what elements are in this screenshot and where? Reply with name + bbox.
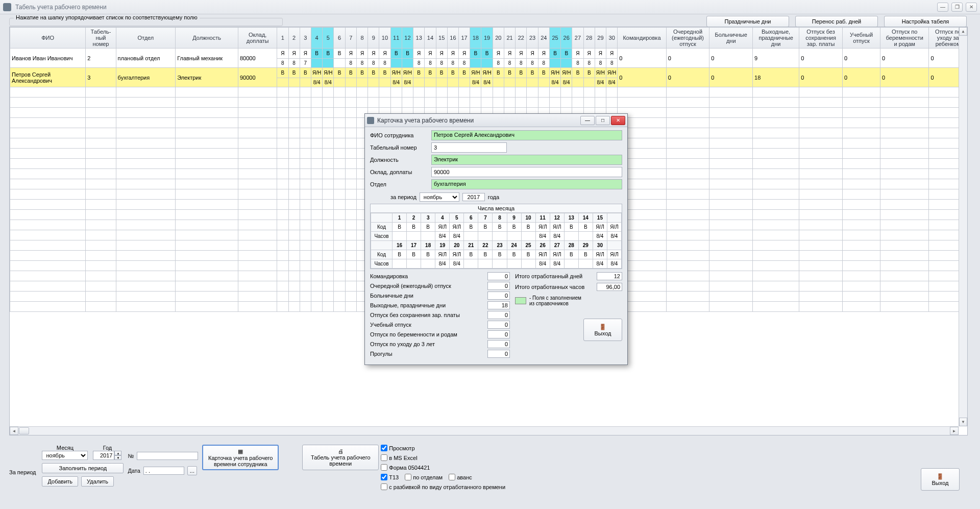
col-day-27[interactable]: 27 xyxy=(572,28,583,49)
col-day-15[interactable]: 15 xyxy=(436,28,447,49)
dlg-total-hours[interactable] xyxy=(597,283,622,291)
cb-t13[interactable]: Т13 xyxy=(381,474,399,480)
timesheet-settings-button[interactable]: Настройка табеля xyxy=(884,16,967,27)
col-day-18[interactable]: 18 xyxy=(470,28,481,49)
col-fio[interactable]: ФИО xyxy=(10,28,86,49)
window-minimize[interactable]: — xyxy=(937,3,948,12)
col-day-14[interactable]: 14 xyxy=(425,28,436,49)
table-row-empty[interactable] xyxy=(10,87,967,98)
dialog-minimize[interactable]: — xyxy=(580,116,595,125)
col-day-2[interactable]: 2 xyxy=(288,28,300,49)
cb-breakdown[interactable]: с разбивкой по виду отработанного времен… xyxy=(381,483,505,490)
cb-bydept[interactable]: по отделам xyxy=(405,474,443,480)
dlg-month-select[interactable]: ноябрь xyxy=(420,192,459,202)
table-row-empty[interactable] xyxy=(10,98,967,108)
col-day-12[interactable]: 12 xyxy=(402,28,413,49)
holidays-button[interactable]: Праздничные дни xyxy=(706,16,789,27)
col-day-11[interactable]: 11 xyxy=(390,28,402,49)
col-day-16[interactable]: 16 xyxy=(447,28,458,49)
cb-excel[interactable]: в MS Excel xyxy=(381,454,505,461)
scroll-down-arrow[interactable]: ▼ xyxy=(959,418,967,426)
scroll-thumb[interactable] xyxy=(19,427,29,434)
col-day-1[interactable]: 1 xyxy=(277,28,288,49)
move-workdays-button[interactable]: Перенос раб. дней xyxy=(795,16,878,27)
exit-button[interactable]: 🚪 Выход xyxy=(921,468,960,491)
dlg-total-days[interactable] xyxy=(597,272,622,280)
year-up[interactable]: ▲ xyxy=(114,451,121,455)
scroll-left-arrow[interactable]: ◄ xyxy=(10,427,18,435)
col-day-7[interactable]: 7 xyxy=(345,28,356,49)
fill-period-button[interactable]: Заполнить период xyxy=(42,463,124,473)
col-weekend[interactable]: Выходные, праздничные дни xyxy=(753,28,799,49)
dlg-sum-vac[interactable] xyxy=(487,282,510,290)
dlg-exit-button[interactable]: 🚪 Выход xyxy=(583,319,622,341)
col-tabno[interactable]: Табель- ный номер xyxy=(86,28,116,49)
no-input[interactable] xyxy=(137,452,198,460)
col-day-3[interactable]: 3 xyxy=(300,28,311,49)
col-day-19[interactable]: 19 xyxy=(481,28,493,49)
col-day-13[interactable]: 13 xyxy=(413,28,425,49)
dialog-titlebar[interactable]: Карточка учета рабочего времени — □ ✕ xyxy=(365,114,627,127)
col-day-20[interactable]: 20 xyxy=(493,28,504,49)
dlg-sum-abs[interactable] xyxy=(487,350,510,358)
vertical-scrollbar[interactable]: ▲ ▼ xyxy=(959,27,967,426)
col-day-26[interactable]: 26 xyxy=(561,28,572,49)
col-trip[interactable]: Командировка xyxy=(618,28,666,49)
window-close[interactable]: ✕ xyxy=(966,3,977,12)
col-unpaid[interactable]: Отпуск без сохранения зар. платы xyxy=(799,28,843,49)
col-day-8[interactable]: 8 xyxy=(356,28,368,49)
cb-form[interactable]: Форма 0504421 xyxy=(381,464,505,471)
dlg-dept-field[interactable]: бухгалтерия xyxy=(431,179,622,189)
col-sick[interactable]: Больничные дни xyxy=(709,28,753,49)
dlg-sum-unp[interactable] xyxy=(487,311,510,319)
delete-button[interactable]: Удалить xyxy=(81,476,114,487)
date-picker-button[interactable]: ... xyxy=(187,466,197,475)
col-dept[interactable]: Отдел xyxy=(116,28,176,49)
dlg-sum-wk[interactable] xyxy=(487,301,510,309)
date-input[interactable] xyxy=(143,467,184,475)
dlg-salary-field[interactable] xyxy=(431,167,622,177)
dlg-sum-chl[interactable] xyxy=(487,340,510,348)
dlg-sum-mat[interactable] xyxy=(487,330,510,338)
scroll-up-arrow[interactable]: ▲ xyxy=(959,27,967,36)
cb-view[interactable]: Просмотр xyxy=(381,445,505,451)
dlg-year-input[interactable] xyxy=(462,193,485,201)
dlg-fio-field[interactable]: Петров Сергей Александрович xyxy=(431,130,622,140)
col-day-25[interactable]: 25 xyxy=(549,28,560,49)
col-day-28[interactable]: 28 xyxy=(583,28,595,49)
dlg-sum-sick[interactable] xyxy=(487,292,510,300)
month-select[interactable]: ноябрь xyxy=(42,451,88,460)
col-day-4[interactable]: 4 xyxy=(311,28,322,49)
col-day-5[interactable]: 5 xyxy=(323,28,334,49)
col-day-24[interactable]: 24 xyxy=(538,28,549,49)
col-day-22[interactable]: 22 xyxy=(516,28,527,49)
dialog-maximize[interactable]: □ xyxy=(596,116,610,125)
col-study[interactable]: Учебный отпуск xyxy=(842,28,880,49)
col-day-9[interactable]: 9 xyxy=(368,28,379,49)
col-day-23[interactable]: 23 xyxy=(527,28,538,49)
scroll-right-arrow[interactable]: ► xyxy=(950,427,959,435)
dlg-pos-field[interactable]: Электрик xyxy=(431,155,622,165)
col-day-21[interactable]: 21 xyxy=(504,28,515,49)
year-down[interactable]: ▼ xyxy=(114,455,121,460)
col-day-6[interactable]: 6 xyxy=(334,28,345,49)
col-pos[interactable]: Должность xyxy=(176,28,238,49)
col-day-30[interactable]: 30 xyxy=(606,28,618,49)
horizontal-scrollbar[interactable]: ◄ ► xyxy=(10,426,959,435)
dialog-close[interactable]: ✕ xyxy=(611,116,625,125)
window-restore[interactable]: ❐ xyxy=(951,3,963,12)
col-day-17[interactable]: 17 xyxy=(459,28,470,49)
table-row[interactable]: Иванов Иван Иванович2плановый отделГлавн… xyxy=(10,49,967,59)
col-vacation[interactable]: Очередной (ежегодный) отпуск xyxy=(666,28,709,49)
add-button[interactable]: Добавить xyxy=(42,476,78,487)
col-day-10[interactable]: 10 xyxy=(379,28,390,49)
dlg-tabno-field[interactable] xyxy=(431,142,507,153)
dlg-sum-trip[interactable] xyxy=(487,272,510,280)
col-maternity[interactable]: Отпуск по беременности и родам xyxy=(880,28,929,49)
year-spinner[interactable]: ▲▼ xyxy=(93,451,121,460)
employee-card-button[interactable]: ▦ Карточка учета рабочего времени сотруд… xyxy=(202,445,279,470)
cb-advance[interactable]: аванс xyxy=(449,474,472,480)
timesheet-report-button[interactable]: 🖨 Табель учета рабочего времени xyxy=(302,445,379,470)
table-row[interactable]: Петров Сергей Александрович3бухгалтерияЭ… xyxy=(10,68,967,78)
col-day-29[interactable]: 29 xyxy=(595,28,606,49)
